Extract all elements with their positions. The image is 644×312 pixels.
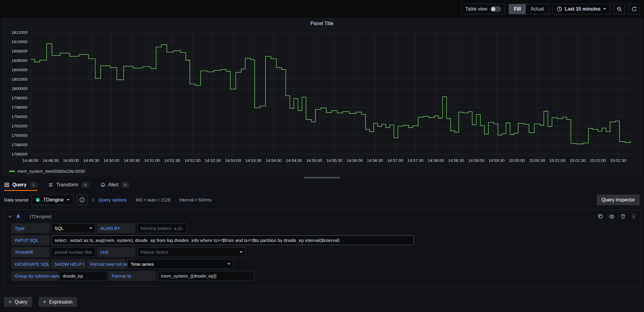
svg-text:1790000: 1790000 <box>11 133 27 138</box>
svg-text:14:55:30: 14:55:30 <box>326 158 342 163</box>
form-row-timeshift: Timeshift Unit Please Select <box>4 247 640 257</box>
query-header: A (TDengine) <box>4 211 640 221</box>
collapse-chevron-icon[interactable] <box>8 214 12 219</box>
delete-query-trash-icon[interactable] <box>620 213 626 219</box>
query-tab-icon <box>4 182 10 188</box>
svg-text:14:54:30: 14:54:30 <box>286 158 302 163</box>
tab-transform-label: Transform <box>56 182 79 188</box>
time-series-chart[interactable]: 1786000178800017900001792000179400017960… <box>7 29 637 166</box>
resize-handle[interactable] <box>304 177 340 178</box>
zoom-out-button[interactable] <box>614 4 625 14</box>
tab-query-count: 1 <box>30 182 37 188</box>
format-select-value: Time series <box>131 262 154 266</box>
svg-text:1810000: 1810000 <box>11 40 27 44</box>
legend[interactable]: mem_system_bee006bbe28a:6030 <box>9 169 85 173</box>
tab-alert-label: Alert <box>108 182 119 188</box>
chevron-down-icon <box>240 251 243 253</box>
group-by-label: Group by column name(s) <box>11 271 58 281</box>
add-expression-label: Expression <box>49 299 72 304</box>
unit-select[interactable]: Please Select <box>137 247 246 257</box>
datasource-help-button[interactable] <box>77 195 87 205</box>
svg-text:1794000: 1794000 <box>11 114 27 119</box>
svg-text:15:00:30: 15:00:30 <box>529 158 545 163</box>
toggle-visibility-eye-icon[interactable] <box>609 213 615 219</box>
toggle-knob <box>491 7 496 11</box>
input-sql-field[interactable] <box>51 235 414 245</box>
form-row-type: Type SQL ALIAS BY <box>4 223 640 233</box>
info-icon <box>79 197 85 203</box>
query-inspector-button[interactable]: Query inspector <box>597 195 640 205</box>
svg-text:1796000: 1796000 <box>11 105 27 110</box>
type-label: Type <box>11 223 50 233</box>
tab-alert[interactable]: Alert 0 <box>100 179 129 191</box>
panel-title: Panel Title <box>3 18 641 28</box>
svg-text:14:55:00: 14:55:00 <box>306 158 322 163</box>
fill-actual-segmented: Fill Actual <box>509 4 549 14</box>
fill-button[interactable]: Fill <box>509 4 526 14</box>
svg-text:14:56:00: 14:56:00 <box>347 158 363 163</box>
chevron-right-icon <box>82 262 85 266</box>
alias-by-input[interactable] <box>137 223 187 233</box>
svg-text:14:57:30: 14:57:30 <box>408 158 424 163</box>
tdengine-logo-icon <box>36 198 40 202</box>
svg-text:14:58:30: 14:58:30 <box>448 158 464 163</box>
form-row-sql: INPUT SQL <box>4 235 640 245</box>
query-ref-id[interactable]: A <box>16 214 20 219</box>
svg-text:15:01:00: 15:01:00 <box>549 158 565 163</box>
svg-text:15:01:30: 15:01:30 <box>569 158 585 163</box>
time-range-label: Last 15 minutes <box>565 7 600 11</box>
svg-text:1808000: 1808000 <box>11 49 27 53</box>
bell-icon <box>100 182 106 188</box>
bottom-actions: + Query + Expression <box>0 297 644 307</box>
drag-grip-icon[interactable] <box>631 213 636 219</box>
svg-text:1812000: 1812000 <box>11 30 27 35</box>
interval-text: Interval = 500ms <box>179 198 211 202</box>
timeshift-label: Timeshift <box>11 247 50 257</box>
table-view-toggle-group: Table view <box>461 4 506 14</box>
svg-text:14:53:00: 14:53:00 <box>225 158 241 163</box>
plus-icon: + <box>9 299 12 305</box>
timeshift-input[interactable] <box>51 247 95 257</box>
svg-text:1804000: 1804000 <box>11 68 27 72</box>
svg-text:14:59:30: 14:59:30 <box>489 158 505 163</box>
group-by-input[interactable] <box>59 271 107 281</box>
tab-alert-count: 0 <box>121 182 129 188</box>
max-datapoints-text: MD = auto = 2128 <box>136 198 170 202</box>
svg-text:14:59:00: 14:59:00 <box>468 158 484 163</box>
tab-transform[interactable]: Transform 0 <box>48 179 89 191</box>
add-expression-button[interactable]: + Expression <box>39 297 77 307</box>
unit-label: Unit <box>97 247 135 257</box>
refresh-icon <box>631 6 637 12</box>
query-datasource-hint: (TDengine) <box>30 214 52 219</box>
table-view-toggle[interactable] <box>490 6 501 12</box>
svg-text:15:00:00: 15:00:00 <box>509 158 525 163</box>
input-sql-label: INPUT SQL <box>11 235 50 245</box>
datasource-picker[interactable]: TDengine <box>32 195 74 205</box>
generate-sql-button[interactable]: GENERATE SQL <box>11 259 50 269</box>
svg-text:14:52:30: 14:52:30 <box>205 158 221 163</box>
refresh-button[interactable] <box>628 4 640 14</box>
svg-text:1806000: 1806000 <box>11 58 27 63</box>
query-options-toggle[interactable]: Query options <box>99 198 127 202</box>
time-range-picker[interactable]: Last 15 minutes <box>552 4 610 14</box>
duplicate-query-icon[interactable] <box>598 213 603 219</box>
svg-text:14:50:00: 14:50:00 <box>103 158 119 163</box>
format-to-label: Format to <box>108 271 156 281</box>
tab-query-label: Query <box>12 182 27 188</box>
svg-text:1788000: 1788000 <box>11 143 27 147</box>
format-to-input[interactable] <box>158 271 254 281</box>
type-select[interactable]: SQL <box>51 223 95 233</box>
actual-button[interactable]: Actual <box>526 4 549 14</box>
add-query-button[interactable]: + Query <box>4 297 32 307</box>
grafana-panel-editor: Table view Fill Actual Last 15 minutes P <box>0 0 644 312</box>
svg-text:14:56:30: 14:56:30 <box>367 158 383 163</box>
table-view-label: Table view <box>465 7 487 11</box>
format-select[interactable]: Time series <box>127 259 233 269</box>
tab-query[interactable]: Query 1 <box>4 179 37 191</box>
pane-splitter <box>0 176 644 179</box>
svg-text:14:51:00: 14:51:00 <box>144 158 160 163</box>
show-help-button[interactable]: SHOW HELP <box>51 259 85 269</box>
svg-text:14:54:00: 14:54:00 <box>266 158 282 163</box>
svg-text:14:51:30: 14:51:30 <box>164 158 180 163</box>
svg-text:14:52:00: 14:52:00 <box>185 158 201 163</box>
